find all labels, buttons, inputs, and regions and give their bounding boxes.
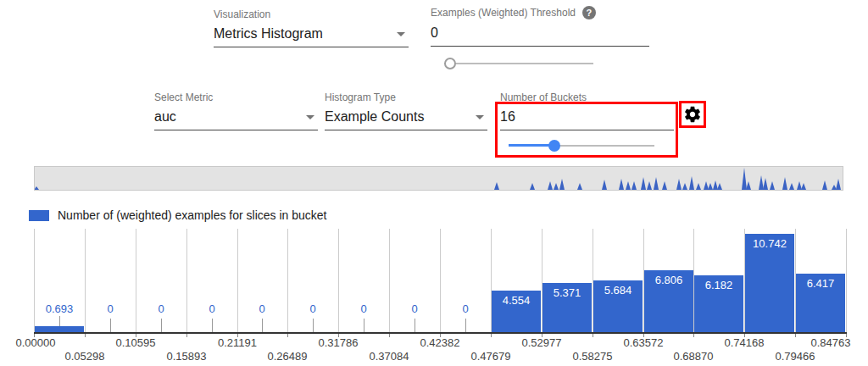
bar-value-label: 0 <box>287 302 338 315</box>
x-axis-label: 0.79466 <box>760 350 831 363</box>
bar-value-label: 6.806 <box>643 274 694 286</box>
x-axis-label: 0.63572 <box>608 336 679 349</box>
annotation-stem <box>465 319 466 332</box>
axis-tick <box>593 334 593 337</box>
x-axis-label: 0.68870 <box>658 350 729 363</box>
axis-tick <box>186 334 187 337</box>
metrics-histogram-chart: 0.000000.052980.105950.158930.211910.264… <box>0 0 868 366</box>
bar-value-label: 0 <box>85 302 136 315</box>
x-axis-label: 0.58275 <box>557 350 628 363</box>
annotation-stem <box>110 319 111 332</box>
annotation-stem <box>59 316 60 326</box>
axis-tick <box>85 334 86 337</box>
x-axis-label: 0.15893 <box>151 350 222 363</box>
annotation-stem <box>212 319 213 332</box>
x-axis-label: 0.10595 <box>100 336 171 349</box>
chart-gridline <box>85 229 86 332</box>
annotation-stem <box>161 319 162 332</box>
x-axis-label: 0.31786 <box>303 336 374 349</box>
x-axis-label: 0.74168 <box>709 336 780 349</box>
bar-value-label: 0 <box>389 302 440 315</box>
bar-value-label: 10.742 <box>744 237 795 250</box>
x-axis-line <box>34 332 847 334</box>
x-axis-label: 0.42382 <box>404 336 476 349</box>
bar-value-label: 0 <box>186 302 237 315</box>
bar-value-label: 5.684 <box>593 284 643 297</box>
annotation-stem <box>313 319 314 332</box>
axis-tick <box>491 334 492 337</box>
x-axis-label: 0.52977 <box>506 336 577 349</box>
annotation-stem <box>262 319 263 332</box>
chart-gridline <box>846 229 847 332</box>
axis-tick <box>287 334 288 337</box>
x-axis-label: 0.84763 <box>795 336 866 349</box>
x-axis-label: 0.05298 <box>49 350 120 363</box>
annotation-stem <box>415 319 415 332</box>
chart-gridline <box>389 229 390 332</box>
axis-tick <box>389 334 390 337</box>
x-axis-label: 0.47679 <box>455 350 526 363</box>
chart-gridline <box>440 229 441 332</box>
metrics-histogram-panel: Visualization Metrics Histogram Examples… <box>0 0 868 366</box>
annotation-stem <box>364 319 364 332</box>
x-axis-label: 0.26489 <box>252 350 323 363</box>
chart-gridline <box>237 229 238 332</box>
bar-value-label: 4.554 <box>491 294 542 307</box>
chart-gridline <box>338 229 339 332</box>
x-axis-label: 0.21191 <box>202 336 273 349</box>
axis-tick <box>693 334 694 337</box>
x-axis-label: 0.00000 <box>0 336 71 349</box>
bar-value-label: 0 <box>338 302 389 315</box>
bar-value-label: 0 <box>136 302 186 315</box>
bar-value-label: 6.182 <box>693 279 744 291</box>
chart-gridline <box>287 229 288 332</box>
bar-value-label: 0.693 <box>34 302 85 315</box>
chart-gridline <box>186 229 187 332</box>
bar-value-label: 0 <box>236 302 287 315</box>
chart-gridline <box>34 229 35 332</box>
bar-value-label: 6.417 <box>795 277 846 290</box>
chart-gridline <box>136 229 136 332</box>
x-axis-label: 0.37084 <box>353 350 425 363</box>
bar-value-label: 0 <box>440 302 491 315</box>
histogram-bar[interactable] <box>35 326 84 332</box>
bar-value-label: 5.371 <box>542 286 593 299</box>
